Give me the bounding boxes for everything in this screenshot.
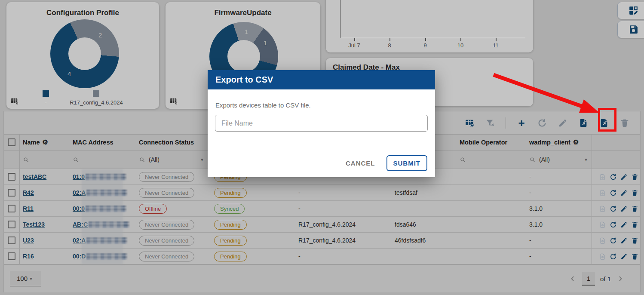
file-name-input[interactable] [215,115,428,132]
dialog-header: Export to CSV [208,70,435,89]
device-management-page: Configuration Profile 2 4 - R17_config_4… [0,0,644,295]
dialog-description: Exports devices table to CSV file. [215,101,427,109]
submit-button[interactable]: SUBMIT [386,155,428,171]
export-csv-dialog: Export to CSV Exports devices table to C… [208,70,435,177]
cancel-button[interactable]: CANCEL [346,160,375,167]
dialog-title: Export to CSV [215,75,273,85]
